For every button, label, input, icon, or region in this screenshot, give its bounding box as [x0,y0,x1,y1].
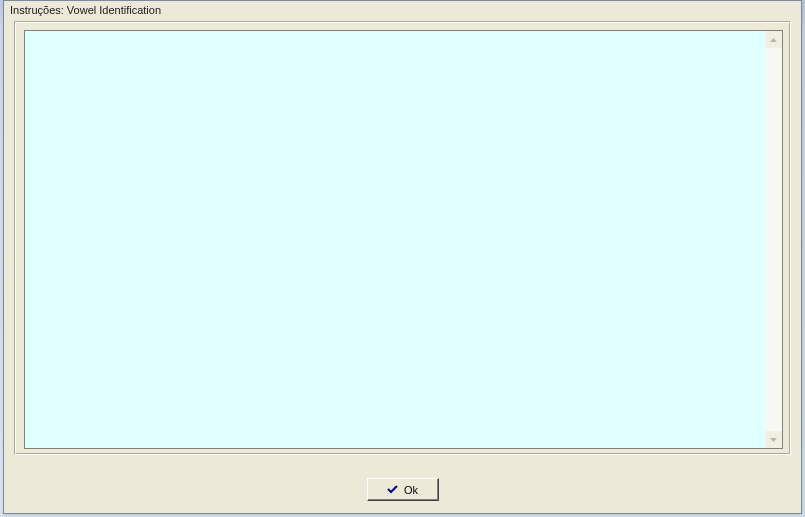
check-icon [387,484,398,496]
vertical-scrollbar[interactable] [765,31,782,448]
button-row: Ok [4,478,801,501]
groupbox-inner [15,22,790,454]
ok-button-label: Ok [404,484,418,496]
instructions-textarea[interactable] [25,31,765,448]
content-groupbox [14,21,791,455]
dialog-title: Instruções: Vowel Identification [4,1,801,18]
chevron-down-icon [770,438,777,442]
scroll-down-button[interactable] [765,431,782,448]
scroll-track[interactable] [765,48,782,431]
svg-marker-1 [770,438,777,442]
chevron-up-icon [770,38,777,42]
scroll-up-button[interactable] [765,31,782,48]
dialog-window: Instruções: Vowel Identification [3,0,802,514]
textarea-container [24,30,783,449]
ok-button[interactable]: Ok [367,478,439,501]
svg-marker-0 [770,38,777,42]
